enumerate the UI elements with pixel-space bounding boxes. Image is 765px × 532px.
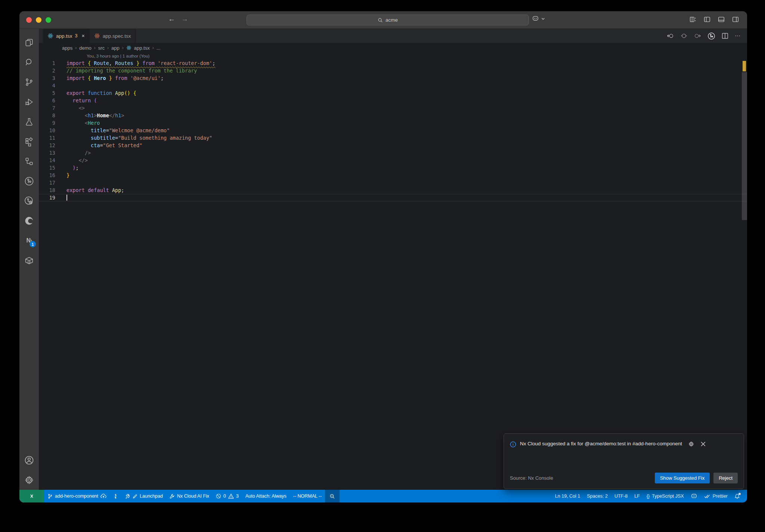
breadcrumb-item[interactable]: ... — [157, 45, 161, 51]
settings-gear-icon[interactable] — [19, 470, 39, 490]
line-number[interactable]: 2 — [39, 67, 55, 74]
code-line[interactable]: 15 ); — [39, 164, 747, 171]
code-line[interactable]: 14 </> — [39, 157, 747, 164]
cursor-position-status[interactable]: Ln 19, Col 1 — [552, 490, 583, 502]
navigate-forward-icon[interactable]: → — [181, 15, 188, 23]
tab-app-spec-tsx[interactable]: app.spec.tsx — [90, 29, 136, 43]
edge-browser-icon[interactable] — [19, 211, 39, 231]
code-line[interactable]: 8 <h1>Home</h1> — [39, 112, 747, 119]
git-graph-status[interactable] — [110, 490, 121, 502]
code-line[interactable]: 17 — [39, 179, 747, 186]
package-icon[interactable] — [19, 250, 39, 270]
line-number[interactable]: 14 — [39, 157, 55, 164]
git-branch-status[interactable]: add-hero-component — [44, 490, 110, 502]
go-forward-circle-icon[interactable] — [694, 33, 701, 39]
code-line[interactable]: 10 title="Welcmoe @acme/demo" — [39, 127, 747, 134]
project-hierarchy-icon[interactable] — [19, 151, 39, 171]
toggle-panel-icon[interactable] — [718, 16, 725, 23]
line-number[interactable]: 6 — [39, 97, 55, 104]
encoding-status[interactable]: UTF-8 — [611, 490, 631, 502]
breadcrumb-item[interactable]: src — [98, 45, 105, 51]
notification-settings-gear-icon[interactable] — [688, 440, 694, 448]
copilot-icon[interactable] — [532, 16, 539, 21]
line-number[interactable]: 3 — [39, 74, 55, 82]
code-line[interactable]: 1import { Route, Routes } from 'react-ro… — [39, 59, 747, 67]
line-number[interactable]: 10 — [39, 127, 55, 134]
toggle-secondary-sidebar-icon[interactable] — [732, 16, 739, 23]
show-suggested-fix-button[interactable]: Show Suggested Fix — [655, 473, 710, 483]
toggle-primary-sidebar-icon[interactable] — [704, 16, 710, 23]
code-line[interactable]: 9 <Hero — [39, 119, 747, 127]
command-center-search[interactable]: acme — [247, 15, 529, 25]
language-mode-status[interactable]: {} TypeScript JSX — [643, 490, 687, 502]
line-number[interactable]: 8 — [39, 112, 55, 119]
line-number[interactable]: 12 — [39, 142, 55, 149]
line-number[interactable]: 11 — [39, 134, 55, 142]
code-line[interactable]: 12 cta="Get Started" — [39, 142, 747, 149]
git-graph-circle-icon[interactable] — [19, 171, 39, 191]
code-line[interactable]: 11 subtitle="Build something amazing tod… — [39, 134, 747, 142]
navigate-back-icon[interactable]: ← — [168, 15, 175, 23]
problems-status[interactable]: 0 3 — [213, 490, 242, 502]
close-window-button[interactable] — [26, 17, 32, 23]
breadcrumb-item[interactable]: apps — [62, 45, 72, 51]
more-actions-icon[interactable]: ⋯ — [735, 33, 741, 39]
code-line[interactable]: 13 /> — [39, 149, 747, 157]
run-view-circle-icon[interactable] — [707, 32, 715, 40]
extensions-icon[interactable] — [19, 132, 39, 151]
line-number[interactable]: 18 — [39, 186, 55, 194]
line-number[interactable]: 4 — [39, 82, 55, 89]
chevron-down-icon[interactable] — [541, 17, 545, 20]
line-number[interactable]: 19 — [39, 194, 55, 201]
line-number[interactable]: 9 — [39, 119, 55, 127]
editor-scrollbar[interactable] — [742, 59, 747, 490]
code-line[interactable]: 3import { Hero } from '@acme/ui'; — [39, 74, 747, 82]
launchpad-status[interactable]: Launchpad — [121, 490, 166, 502]
current-position-circle-icon[interactable] — [681, 33, 687, 39]
notification-close-icon[interactable] — [700, 440, 706, 448]
code-line[interactable]: 19 — [39, 194, 747, 201]
gitlens-icon[interactable] — [19, 191, 39, 211]
breadcrumb-item[interactable]: demo — [79, 45, 92, 51]
code-line[interactable]: 4 — [39, 82, 747, 89]
code-line[interactable]: 16} — [39, 171, 747, 179]
split-editor-icon[interactable] — [722, 33, 728, 39]
go-back-circle-icon[interactable] — [667, 33, 674, 39]
line-number[interactable]: 16 — [39, 171, 55, 179]
scrollbar-thumb[interactable] — [742, 72, 747, 220]
code-line[interactable]: 7 <> — [39, 104, 747, 112]
code-line[interactable]: 2// importing the component from the lib… — [39, 67, 747, 74]
source-control-icon[interactable] — [19, 72, 39, 92]
code-line[interactable]: 6 return ( — [39, 97, 747, 104]
run-debug-icon[interactable] — [19, 92, 39, 112]
zoom-status[interactable] — [325, 490, 340, 502]
account-icon[interactable] — [19, 450, 39, 470]
breadcrumb-item[interactable]: app — [111, 45, 120, 51]
line-number[interactable]: 17 — [39, 179, 55, 186]
search-view-icon[interactable] — [19, 52, 39, 72]
explorer-icon[interactable] — [19, 33, 39, 52]
auto-attach-status[interactable]: Auto Attach: Always — [242, 490, 290, 502]
testing-icon[interactable] — [19, 112, 39, 132]
reject-button[interactable]: Reject — [713, 473, 738, 483]
nx-cloud-fix-status[interactable]: Nx Cloud AI Fix — [166, 490, 213, 502]
line-number[interactable]: 1 — [39, 59, 55, 67]
maximize-window-button[interactable] — [46, 17, 51, 23]
code-line[interactable]: 18export default App; — [39, 186, 747, 194]
vim-mode-status[interactable]: -- NORMAL -- — [290, 490, 325, 502]
close-tab-icon[interactable]: × — [81, 33, 84, 39]
code-editor[interactable]: 1import { Route, Routes } from 'react-ro… — [39, 59, 747, 490]
indentation-status[interactable]: Spaces: 2 — [583, 490, 611, 502]
tab-app-tsx[interactable]: app.tsx 3 × — [43, 29, 90, 43]
line-number[interactable]: 5 — [39, 89, 55, 97]
line-number[interactable]: 13 — [39, 149, 55, 157]
minimize-window-button[interactable] — [36, 17, 41, 23]
breadcrumb-item[interactable]: app.tsx — [134, 45, 150, 51]
copilot-status[interactable] — [687, 490, 701, 502]
nx-console-icon[interactable]: N› 1 — [19, 231, 39, 250]
code-line[interactable]: 5export function App() { — [39, 89, 747, 97]
line-number[interactable]: 7 — [39, 104, 55, 112]
customize-layout-icon[interactable] — [690, 16, 696, 23]
notifications-bell[interactable] — [731, 490, 743, 502]
prettier-status[interactable]: Prettier — [701, 490, 731, 502]
